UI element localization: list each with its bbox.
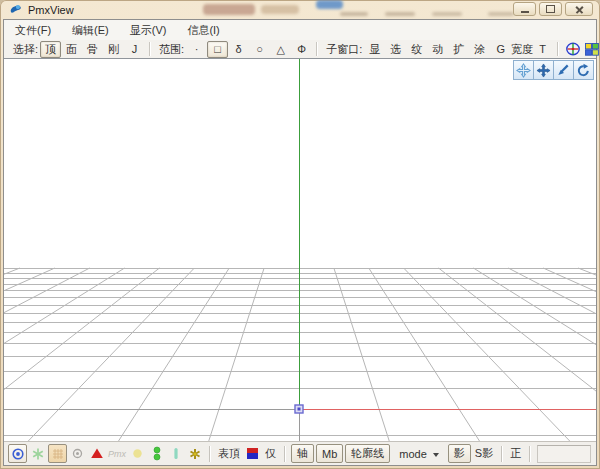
minimize-button[interactable] [513, 2, 536, 16]
teal-capsule-icon [170, 446, 182, 461]
only-label[interactable]: 仅 [265, 446, 276, 461]
range-delta-button[interactable]: δ [228, 41, 249, 58]
select-bone-button[interactable]: 骨 [82, 41, 103, 58]
gray-dot-icon [71, 447, 84, 460]
teal-capsule-toggle[interactable] [167, 445, 184, 462]
toolbar-separator [316, 42, 317, 56]
shadow-toggle-button[interactable]: 影 [448, 444, 471, 463]
grid-scene [4, 59, 596, 442]
subwindow-extend-button[interactable]: 扩 [448, 41, 469, 58]
caption-buttons [513, 2, 593, 16]
pan-icon [516, 63, 531, 78]
select-joint-button[interactable]: J [124, 41, 145, 58]
chevron-down-icon [433, 453, 439, 457]
subwindow-t-button[interactable]: T [532, 41, 553, 58]
status-separator [529, 446, 530, 462]
toolbar-separator [557, 42, 558, 56]
background-blur-blob [203, 4, 255, 15]
outline-toggle-button[interactable]: 轮廓线 [345, 444, 390, 463]
surface-vertex-label[interactable]: 表頂 [218, 446, 240, 461]
subwindow-motion-button[interactable]: 动 [427, 41, 448, 58]
olive-flower-icon [188, 447, 202, 461]
restore-button[interactable] [539, 2, 562, 16]
yellow-dot-icon [131, 447, 144, 460]
select-rigid-button[interactable]: 刚 [103, 41, 124, 58]
mode-label: mode [399, 448, 427, 460]
menu-edit[interactable]: 编辑(E) [65, 21, 116, 40]
background-blur-blob [340, 12, 368, 16]
quad-view-icon[interactable] [583, 42, 600, 57]
range-phi-button[interactable]: Φ [291, 41, 312, 58]
status-separator [501, 446, 502, 462]
range-triangle-button[interactable]: △ [270, 41, 291, 58]
range-dot-button[interactable]: · [186, 41, 207, 58]
rotate-view-button[interactable] [573, 60, 594, 80]
pmxview-window: PmxView 文件(F) 编辑(E) 显示(V) 信息(I) 选择: 顶 面 … [0, 0, 600, 469]
subwindow-label: 子窗口: [326, 42, 362, 57]
mesh-grid-icon [52, 448, 64, 460]
select-label: 选择: [13, 42, 38, 57]
green-dumbbell-toggle[interactable] [148, 445, 165, 462]
green-asterisk-toggle[interactable] [29, 445, 46, 462]
blue-target-toggle[interactable] [8, 444, 27, 463]
front-label[interactable]: 正 [510, 446, 521, 461]
mode-dropdown[interactable]: mode [394, 448, 444, 460]
background-blur-blob [316, 0, 343, 9]
zoom-view-button[interactable] [553, 60, 574, 80]
restore-icon [546, 5, 555, 13]
range-circle-button[interactable]: ○ [249, 41, 270, 58]
menu-view[interactable]: 显示(V) [123, 21, 174, 40]
rotate-icon [576, 63, 591, 78]
subwindow-display-button[interactable]: 显 [364, 41, 385, 58]
subwindow-width-button[interactable]: 宽度 [511, 41, 532, 58]
viewport-3d[interactable] [4, 58, 596, 442]
yellow-dot-toggle[interactable] [129, 445, 146, 462]
axis-gizmo-icon[interactable] [563, 42, 583, 57]
toolbar: 选择: 顶 面 骨 刚 J 范围: · □ δ ○ △ Φ 子窗口: 显 选 纹… [4, 40, 596, 58]
close-button[interactable] [565, 2, 593, 16]
mesh-grid-toggle[interactable] [48, 444, 67, 463]
background-blur-blob [261, 5, 299, 14]
vertex-color-swatch[interactable] [247, 448, 258, 459]
subwindow-select-button[interactable]: 选 [385, 41, 406, 58]
red-triangle-toggle[interactable] [88, 445, 105, 462]
select-face-button[interactable]: 面 [61, 41, 82, 58]
subwindow-texture-button[interactable]: 纹 [406, 41, 427, 58]
background-blur-blob [488, 12, 514, 16]
subwindow-paint-button[interactable]: 涂 [469, 41, 490, 58]
olive-flower-toggle[interactable] [186, 445, 203, 462]
minimize-icon [521, 11, 529, 13]
toolbar-separator [149, 42, 150, 56]
axis-toggle-button[interactable]: 轴 [291, 444, 314, 463]
client-area: 文件(F) 编辑(E) 显示(V) 信息(I) 选择: 顶 面 骨 刚 J 范围… [3, 19, 597, 466]
green-dumbbell-icon [150, 446, 164, 461]
red-triangle-icon [90, 447, 104, 460]
select-vertex-button[interactable]: 顶 [40, 41, 61, 58]
mb-toggle-button[interactable]: Mb [316, 444, 343, 463]
menu-bar: 文件(F) 编辑(E) 显示(V) 信息(I) [4, 20, 596, 40]
app-icon [8, 2, 23, 17]
subwindow-g-button[interactable]: G [490, 41, 511, 58]
range-label: 范围: [159, 42, 184, 57]
zoom-arrow-icon [556, 63, 571, 78]
pmx-dim-label[interactable]: Pmx [108, 449, 126, 459]
menu-info[interactable]: 信息(I) [180, 21, 226, 40]
gray-dot-toggle[interactable] [69, 445, 86, 462]
background-blur-blob [385, 12, 415, 16]
window-title: PmxView [28, 4, 74, 16]
range-box-button[interactable]: □ [207, 41, 228, 58]
blue-target-icon [11, 447, 25, 461]
view-nav-panel [514, 60, 594, 80]
background-blur-blob [432, 12, 462, 16]
status-empty-panel [537, 445, 591, 463]
self-shadow-label[interactable]: S影 [475, 446, 493, 461]
menu-file[interactable]: 文件(F) [8, 21, 58, 40]
close-icon [575, 5, 584, 14]
status-separator [284, 446, 285, 462]
move-view-button[interactable] [533, 60, 554, 80]
move-icon [536, 63, 551, 78]
pan-view-button[interactable] [513, 60, 534, 80]
green-asterisk-icon [31, 447, 45, 461]
title-bar[interactable]: PmxView [0, 0, 600, 19]
status-bar: Pmx [4, 442, 596, 465]
